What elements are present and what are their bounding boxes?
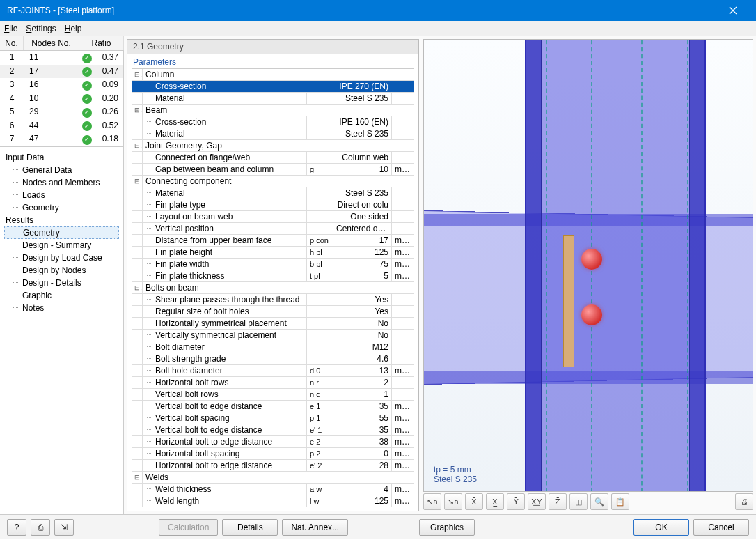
param-row[interactable]: Horizontal bolt rows n r 2 [132,377,414,389]
view-tool-button[interactable]: X̄ [465,493,483,510]
param-row[interactable]: Bolt diameter M12 [132,341,414,353]
tree-item[interactable]: Loads [4,189,119,201]
table-row[interactable]: 5 29 ✓ 0.26 [0,105,123,119]
tree-item[interactable]: Notes [4,302,119,314]
cancel-button[interactable]: Cancel [693,519,749,536]
param-row[interactable]: Fin plate thickness t pl 5 mm [132,270,414,282]
details-button[interactable]: Details [222,519,278,536]
view-tool-button[interactable]: ↘a [444,493,462,510]
menu-help[interactable]: Help [65,24,82,33]
tree-item[interactable]: Design by Nodes [4,264,119,277]
param-row[interactable]: Gap between beam and column g 10 mm [132,164,414,176]
ok-icon: ✓ [82,121,92,131]
param-row[interactable]: Vertical bolt spacing p 1 55 mm [132,412,414,424]
graphics-button[interactable]: Graphics [419,519,475,536]
view-tool-button[interactable]: ↖a [423,493,441,510]
table-row[interactable]: 2 17 ✓ 0.47 [0,65,123,79]
view-tool-button[interactable]: 🔍 [590,493,608,510]
ok-button[interactable]: OK [633,519,689,536]
table-row[interactable]: 3 16 ✓ 0.09 [0,78,123,92]
tree-item[interactable]: Nodes and Members [4,176,119,189]
param-row[interactable]: Vertical position Centered on b [132,223,414,235]
collapse-icon[interactable]: ⊟ [132,105,143,116]
param-row[interactable]: Material Steel S 235 [132,93,414,105]
param-row[interactable]: Cross-section IPE 160 (EN) [132,116,414,128]
param-row[interactable]: Bolt strength grade 4.6 [132,353,414,365]
view-tool-button[interactable]: ◫ [569,493,588,510]
view-tool-button[interactable]: Ȳ [507,493,525,510]
param-row[interactable]: Fin plate width b pl 75 mm [132,259,414,270]
param-group[interactable]: ⊟Joint Geometry, Gap [132,140,414,152]
collapse-icon[interactable]: ⊟ [132,140,143,151]
param-row[interactable]: Weld thickness a w 4 mm [132,484,414,495]
col-nodes[interactable]: Nodes No. [24,36,79,50]
view-tool-button[interactable]: Z̄ [549,493,567,510]
menu-settings[interactable]: Settings [26,24,56,33]
parameter-grid[interactable]: ⊟Column Cross-section IPE 270 (EN) Mater… [132,69,414,507]
close-icon[interactable] [717,0,749,21]
param-row[interactable]: Vertical bolt to edge distance e 1 35 mm [132,401,414,412]
col-no[interactable]: No. [0,36,24,50]
param-row[interactable]: Vertically symmetrical placement No [132,330,414,341]
title-bar: RF-JOINTS - [Steel platform] [0,0,756,21]
tree-input-data[interactable]: Input Data [4,151,119,164]
collapse-icon[interactable]: ⊟ [132,176,143,187]
panel-title: 2.1 Geometry [127,40,418,54]
menu-file[interactable]: File [4,24,17,33]
param-row[interactable]: Vertical bolt to edge distance e' 1 35 m… [132,424,414,436]
param-row[interactable]: Weld length l w 125 mm [132,495,414,507]
collapse-icon[interactable]: ⊟ [132,282,143,293]
param-row[interactable]: Shear plane passes through the thread Ye… [132,294,414,306]
tree-item[interactable]: General Data [4,164,119,176]
table-row[interactable]: 1 11 ✓ 0.37 [0,51,123,65]
param-row[interactable]: Material Steel S 235 [132,187,414,199]
view-tool-button[interactable]: X͟Y [528,493,546,510]
param-row[interactable]: Horizontal bolt spacing p 2 0 mm [132,448,414,460]
param-row[interactable]: Cross-section IPE 270 (EN) [132,81,414,93]
param-row[interactable]: Bolt hole diameter d 0 13 mm [132,365,414,377]
tree-item[interactable]: Geometry [4,226,119,239]
tree-results[interactable]: Results [4,214,119,226]
calculation-button[interactable]: Calculation [159,519,218,536]
view-tool-button[interactable]: X̲ [486,493,504,510]
param-group[interactable]: ⊟Column [132,69,414,81]
tree-item[interactable]: Graphic [4,289,119,302]
nav-tree: Input Data General DataNodes and Members… [0,147,123,515]
col-ratio[interactable]: Ratio [79,36,124,50]
import-icon[interactable]: ⇲ [54,519,74,536]
ok-icon: ✓ [82,81,92,91]
param-row[interactable]: Horizontally symmetrical placement No [132,318,414,330]
param-row[interactable]: Fin plate height h pl 125 mm [132,247,414,259]
table-row[interactable]: 4 10 ✓ 0.20 [0,92,123,106]
tree-item[interactable]: Design by Load Case [4,252,119,264]
nat-annex-button[interactable]: Nat. Annex... [282,519,348,536]
param-row[interactable]: Horizontal bolt to edge distance e' 2 28… [132,460,414,472]
3d-viewport[interactable]: tp = 5 mm Steel S 235 [423,39,753,492]
param-row[interactable]: Fin plate type Direct on colu [132,199,414,211]
param-row[interactable]: Vertical bolt rows n c 1 [132,389,414,401]
param-group[interactable]: ⊟Welds [132,472,414,484]
export-icon[interactable]: ⎙ [31,519,50,536]
tree-item[interactable]: Geometry [4,201,119,214]
ok-icon: ✓ [82,67,92,77]
tree-item[interactable]: Design - Summary [4,239,119,252]
view-tool-button[interactable]: 🖨 [735,493,753,510]
param-row[interactable]: Horizontal bolt to edge distance e 2 38 … [132,436,414,448]
param-group[interactable]: ⊟Bolts on beam [132,282,414,294]
param-row[interactable]: Connected on flange/web Column web [132,152,414,164]
parameters-panel: 2.1 Geometry Parameters ⊟Column Cross-se… [127,39,419,511]
table-row[interactable]: 7 47 ✓ 0.18 [0,132,123,146]
collapse-icon[interactable]: ⊟ [132,472,143,483]
parameters-header: Parameters [127,54,418,68]
collapse-icon[interactable]: ⊟ [132,69,143,80]
param-row[interactable]: Regular size of bolt holes Yes [132,306,414,318]
param-row[interactable]: Layout on beam web One sided [132,211,414,223]
table-row[interactable]: 6 44 ✓ 0.52 [0,119,123,133]
tree-item[interactable]: Design - Details [4,277,119,289]
param-row[interactable]: Distance from upper beam face p con 17 m… [132,235,414,247]
param-group[interactable]: ⊟Connecting component [132,176,414,187]
view-tool-button[interactable]: 📋 [611,493,629,510]
param-row[interactable]: Material Steel S 235 [132,128,414,140]
param-group[interactable]: ⊟Beam [132,105,414,116]
help-icon[interactable]: ? [7,519,26,536]
